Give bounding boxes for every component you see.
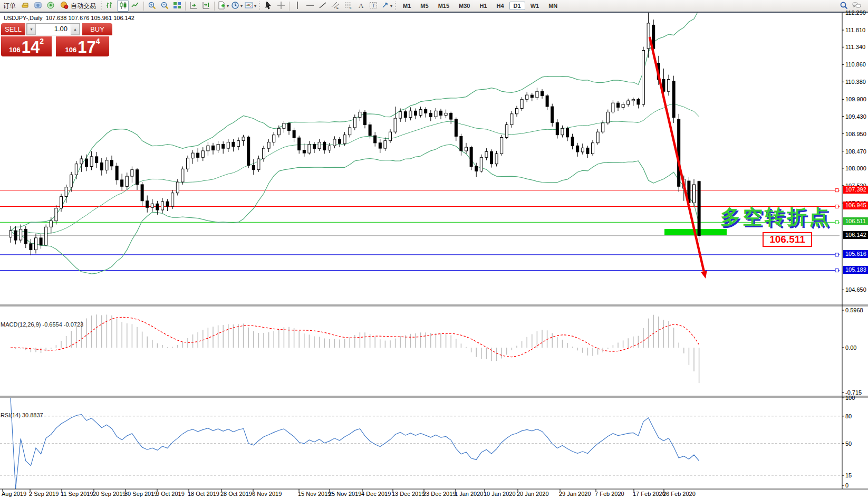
price-tick-label: 110.380: [845, 79, 866, 85]
date-tick-label: 6 Nov 2019: [252, 491, 282, 497]
line-chart-button[interactable]: [130, 0, 141, 12]
timeframe-m5-button[interactable]: M5: [416, 2, 432, 10]
candlestick-chart-button[interactable]: [117, 0, 129, 12]
toolbar-separator: [214, 2, 215, 11]
zoom-out-button[interactable]: [159, 0, 170, 12]
new-order-button[interactable]: 订单: [1, 0, 18, 12]
text-button[interactable]: A: [355, 0, 367, 12]
volume-decrease-button[interactable]: ▼: [27, 24, 36, 35]
date-tick-label: 7 Feb 2020: [595, 491, 624, 497]
price-tick-label: 110.860: [845, 61, 866, 68]
date-tick-label: 26 Feb 2020: [663, 491, 696, 497]
arrows-icon: [381, 1, 390, 11]
chart-shift-icon: [202, 1, 211, 11]
line-chart-icon: [131, 1, 140, 11]
timeframe-h1-button[interactable]: H1: [475, 2, 491, 10]
timeframe-w1-button[interactable]: W1: [526, 2, 544, 10]
support-price-label[interactable]: 106.511: [763, 232, 812, 247]
price-line-badge: 107.392: [843, 186, 868, 194]
timeframe-m15-button[interactable]: M15: [434, 2, 454, 10]
new-template-icon: [217, 1, 226, 11]
symbol-period-label: USDJPY-,Daily: [4, 15, 43, 21]
trendline-icon: [319, 1, 327, 11]
auto-scroll-button[interactable]: [188, 0, 199, 12]
bar-chart-button[interactable]: [104, 0, 116, 12]
timeframe-h4-button[interactable]: H4: [493, 2, 508, 10]
volume-stepper[interactable]: ▼ 1.00 ▲: [26, 23, 80, 35]
text-icon: A: [356, 1, 365, 11]
zoom-in-button[interactable]: [146, 0, 158, 12]
buy-button[interactable]: BUY: [82, 23, 112, 35]
rsi-tick-label: 15: [845, 472, 852, 478]
price-line-badge: 106.142: [843, 231, 868, 239]
chart-canvas[interactable]: [0, 13, 868, 498]
crosshair-icon: [277, 1, 286, 11]
sell-price-base: 106: [9, 46, 21, 54]
toolbar-drag-handle: [258, 2, 261, 10]
trendline-button[interactable]: [317, 0, 329, 12]
equidistant-channel-button[interactable]: E: [330, 0, 341, 12]
arrows-button[interactable]: ▾: [380, 0, 393, 12]
volume-value[interactable]: 1.00: [36, 24, 71, 35]
price-line-badge: 105.183: [843, 266, 868, 274]
price-tick-label: 108.950: [845, 131, 866, 137]
timeframe-d1-button[interactable]: D1: [509, 2, 525, 10]
rsi-tick-label: 0: [845, 482, 848, 489]
tile-windows-icon: [173, 1, 182, 11]
svg-text:E: E: [336, 6, 339, 9]
sell-price-button[interactable]: 106 14 2: [1, 36, 52, 56]
date-tick-label: 23 Dec 2019: [423, 491, 456, 497]
buy-price-base: 106: [65, 46, 77, 54]
price-tick-label: 111.340: [845, 44, 865, 50]
text-label-button[interactable]: T: [368, 0, 379, 12]
chart-window[interactable]: USDJPY-,Daily 107.638 107.676 105.961 10…: [0, 13, 868, 498]
auto-scroll-icon: [189, 1, 198, 11]
equidistant-channel-icon: E: [331, 1, 340, 11]
volume-increase-button[interactable]: ▲: [71, 24, 80, 35]
macd-indicator-label: MACD(12,26,9) -0.6554 -0.0723: [1, 321, 83, 328]
buy-price-button[interactable]: 106 17 4: [56, 36, 109, 56]
periods-button[interactable]: ▾: [230, 0, 243, 12]
timeframe-m30-button[interactable]: M30: [455, 2, 474, 10]
date-tick-label: 18 Oct 2019: [188, 491, 219, 497]
cursor-icon: [264, 1, 273, 11]
chart-shift-button[interactable]: [200, 0, 212, 12]
new-template-button[interactable]: ▾: [217, 0, 229, 12]
mt4-terminal: 订单自动交易▾▾▾EFAT▾M1M5M15M30H1H4D1W1MN USDJP…: [0, 0, 868, 498]
toolbar-separator: [185, 2, 186, 11]
fibonacci-icon: F: [344, 1, 353, 11]
sell-price-pip: 2: [40, 37, 44, 45]
bar-chart-icon: [106, 1, 115, 11]
date-tick-label: 1 Jan 2020: [455, 491, 483, 497]
cursor-button[interactable]: [263, 0, 274, 12]
turning-point-annotation[interactable]: 多空转折点: [720, 204, 831, 231]
macd-tick-label: 0.00: [845, 344, 856, 351]
timeframe-mn-button[interactable]: MN: [544, 2, 562, 10]
price-tick-label: 111.810: [845, 27, 865, 33]
date-tick-label: 17 Feb 2020: [633, 491, 666, 497]
sell-button[interactable]: SELL: [1, 23, 25, 35]
indicators-list-button[interactable]: ▾: [244, 0, 257, 12]
crosshair-button[interactable]: [275, 0, 287, 12]
tile-windows-button[interactable]: [171, 0, 183, 12]
price-tick-label: 109.430: [845, 113, 866, 120]
toolbar-drag-handle: [100, 2, 103, 10]
price-line-badge: 106.945: [843, 202, 868, 209]
price-tick-label: 112.290: [845, 9, 866, 16]
candlestick-chart-icon: [119, 1, 128, 11]
signals-button[interactable]: [45, 0, 56, 12]
new-order-button[interactable]: [20, 0, 31, 12]
fibonacci-button[interactable]: F: [342, 0, 354, 12]
autotrade-label: 自动交易: [71, 2, 96, 11]
date-tick-label: 2 Sep 2019: [29, 491, 59, 497]
new-order-icon: [21, 1, 30, 11]
price-tick-label: 104.650: [845, 286, 866, 293]
vertical-line-button[interactable]: [292, 0, 303, 12]
autotrade-button[interactable]: 自动交易: [57, 0, 99, 12]
timeframe-m1-button[interactable]: M1: [399, 2, 415, 10]
horizontal-line-icon: [306, 1, 315, 11]
history-button[interactable]: [32, 0, 44, 12]
price-tick-label: 109.900: [845, 96, 866, 102]
horizontal-line-button[interactable]: [304, 0, 316, 12]
date-tick-label: 28 Oct 2019: [220, 491, 252, 497]
